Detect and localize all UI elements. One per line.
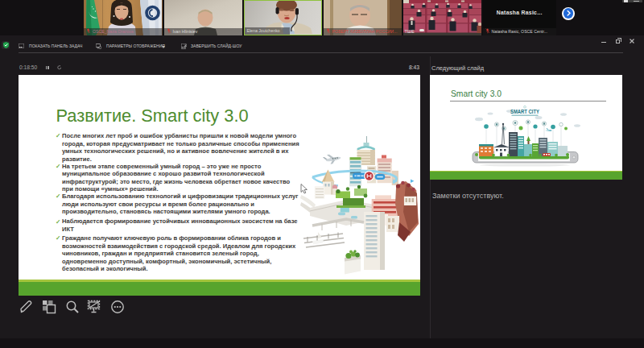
svg-text:SMART CITY: SMART CITY bbox=[510, 109, 539, 114]
